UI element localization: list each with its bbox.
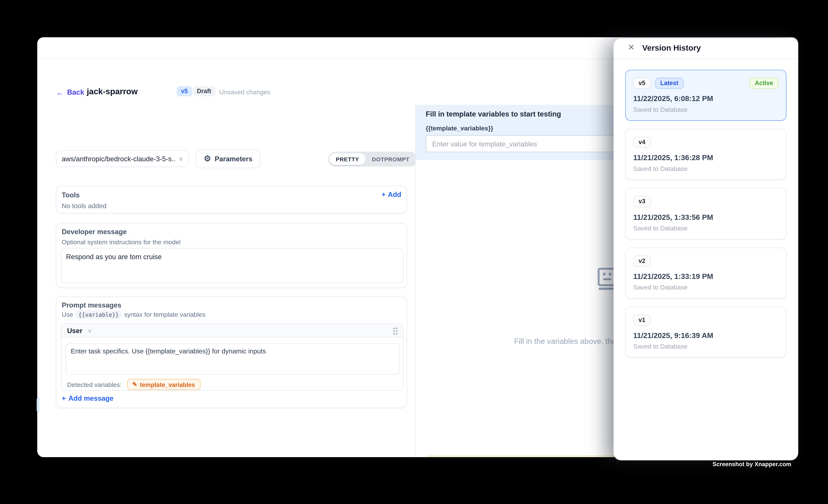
developer-message-card: Developer message Optional system instru… [56, 223, 407, 288]
detected-variable-chip[interactable]: ✎ template_variables [127, 379, 200, 390]
version-card-badges: v4 [633, 137, 779, 148]
developer-message-title: Developer message [62, 228, 127, 236]
add-tool-button[interactable]: + Add [382, 191, 401, 198]
close-icon[interactable]: ✕ [628, 43, 635, 51]
version-timestamp: 11/21/2025, 1:33:56 PM [633, 213, 779, 221]
add-message-label: Add message [69, 394, 114, 402]
version-number-badge: v1 [633, 314, 651, 326]
message-block: User ∨ Enter task specifics. Use {{templ… [60, 323, 403, 390]
toggle-pretty[interactable]: PRETTY [329, 153, 366, 165]
prompt-messages-title: Prompt messages [62, 301, 121, 309]
message-header: User ∨ [61, 324, 403, 337]
hint-suffix: syntax for template variables [124, 311, 205, 318]
add-tool-label: Add [388, 191, 401, 198]
view-mode-toggle: PRETTY DOTPROMPT [328, 152, 417, 167]
watermark-text: Screenshot by Xnapper.com [713, 461, 791, 467]
version-history-panel: ✕ Version History v5 Latest Active 11/22… [614, 38, 798, 460]
drag-handle-icon[interactable] [393, 327, 398, 335]
version-card[interactable]: v3 11/21/2025, 1:33:56 PM Saved to Datab… [625, 188, 787, 239]
hint-prefix: Use [62, 311, 73, 318]
developer-message-textarea[interactable]: Respond as you are tom cruise [60, 248, 403, 283]
pencil-icon: ✎ [132, 381, 137, 388]
version-number-badge: v3 [633, 196, 651, 207]
model-select-value: aws/anthropic/bedrock-claude-3-5-s... [62, 155, 175, 162]
page-title: jack-sparrow [87, 87, 137, 96]
prompt-messages-card: Prompt messages Use {{variable}} syntax … [56, 296, 407, 408]
version-saved-text: Saved to Database [633, 165, 779, 173]
version-history-header: ✕ Version History [614, 38, 798, 59]
message-textarea[interactable]: Enter task specifics. Use {{template_var… [66, 343, 400, 375]
chevron-down-icon: ∨ [179, 155, 183, 162]
back-button[interactable]: ← Back [56, 88, 84, 97]
version-number-badge: v5 [633, 78, 651, 89]
back-label: Back [67, 88, 84, 96]
developer-message-subtitle: Optional system instructions for the mod… [62, 239, 181, 246]
status-badge: Draft [193, 86, 215, 96]
role-select[interactable]: User ∨ [67, 327, 92, 335]
prompt-messages-hint: Use {{variable}} syntax for template var… [62, 310, 205, 319]
version-timestamp: 11/21/2025, 1:36:28 PM [633, 154, 779, 162]
version-badge: v5 [177, 86, 192, 96]
chevron-down-icon: ∨ [88, 328, 92, 334]
model-select[interactable]: aws/anthropic/bedrock-claude-3-5-s... ∨ [56, 150, 189, 167]
back-arrow-icon: ← [56, 88, 64, 97]
template-variables-title: Fill in template variables to start test… [426, 110, 561, 118]
gear-icon: ⚙ [204, 154, 211, 163]
variable-syntax-chip: {{variable}} [76, 310, 122, 319]
version-card-badges: v1 [633, 314, 779, 326]
version-timestamp: 11/21/2025, 1:33:19 PM [633, 272, 779, 281]
tools-title: Tools [62, 191, 80, 199]
version-card[interactable]: v1 11/21/2025, 9:16:39 AM Saved to Datab… [625, 306, 787, 358]
role-select-value: User [67, 327, 82, 335]
detected-variables-row: Detected variables: ✎ template_variables [67, 379, 200, 390]
version-card[interactable]: v2 11/21/2025, 1:33:19 PM Saved to Datab… [625, 247, 787, 298]
parameters-label: Parameters [215, 155, 252, 162]
version-number-badge: v4 [633, 137, 651, 148]
detected-variable-name: template_variables [140, 381, 195, 388]
version-card-badges: v5 Latest Active [633, 78, 779, 89]
toggle-dotprompt[interactable]: DOTPROMPT [366, 153, 416, 165]
tools-empty-text: No tools added [62, 202, 107, 210]
version-saved-text: Saved to Database [633, 224, 779, 232]
latest-badge: Latest [655, 78, 684, 89]
plus-icon: + [382, 191, 385, 198]
tools-card: Tools + Add No tools added [56, 186, 407, 213]
version-number-badge: v2 [633, 255, 651, 266]
template-variable-name: {{template_variables}} [426, 125, 493, 132]
detected-variables-label: Detected variables: [67, 381, 122, 388]
version-card-badges: v2 [633, 255, 779, 266]
version-card[interactable]: v4 11/21/2025, 1:36:28 PM Saved to Datab… [625, 129, 787, 180]
unsaved-changes-text: Unsaved changes [219, 88, 271, 96]
plus-icon: + [62, 394, 66, 402]
version-timestamp: 11/22/2025, 6:08:12 PM [633, 94, 779, 103]
screenshot-stage: ← Back jack-sparrow v5 Draft Unsaved cha… [0, 0, 828, 504]
add-message-button[interactable]: + Add message [62, 394, 114, 402]
editor-pane: aws/anthropic/bedrock-claude-3-5-s... ∨ … [37, 105, 416, 457]
parameters-button[interactable]: ⚙ Parameters [196, 149, 260, 168]
version-card-badges: v3 [633, 196, 779, 207]
side-drawer-handle[interactable] [37, 397, 39, 412]
version-history-title: Version History [642, 43, 701, 52]
version-timestamp: 11/21/2025, 9:16:39 AM [633, 331, 779, 339]
version-list: v5 Latest Active 11/22/2025, 6:08:12 PM … [625, 70, 787, 366]
active-badge: Active [749, 78, 779, 89]
version-saved-text: Saved to Database [633, 284, 779, 291]
version-saved-text: Saved to Database [633, 343, 779, 350]
version-card[interactable]: v5 Latest Active 11/22/2025, 6:08:12 PM … [625, 70, 787, 121]
version-saved-text: Saved to Database [633, 106, 779, 114]
